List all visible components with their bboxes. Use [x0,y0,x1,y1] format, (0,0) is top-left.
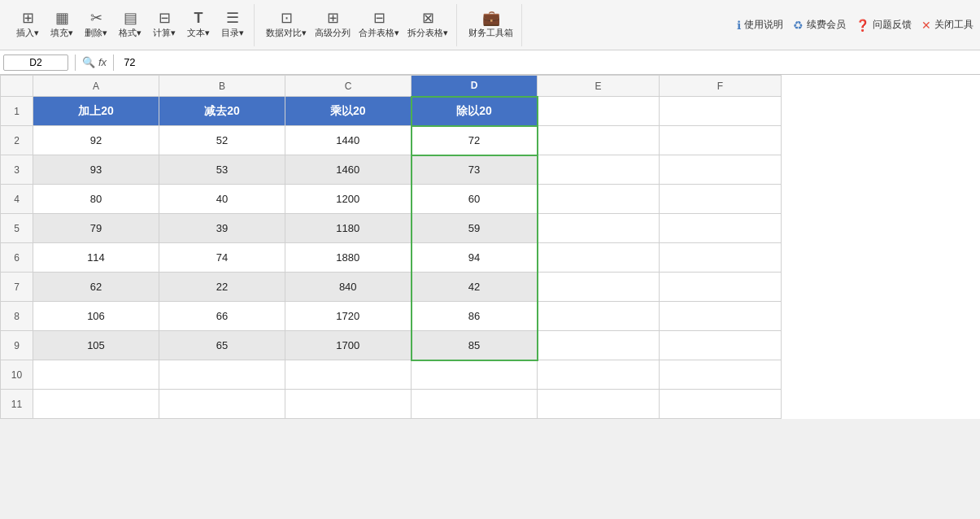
cell-F4[interactable] [660,185,782,214]
cell-B4[interactable]: 40 [159,185,285,214]
cell-B3[interactable]: 53 [159,155,285,185]
renew-btn[interactable]: ♻ 续费会员 [793,18,846,32]
fill-icon: ▦ [55,11,69,25]
cell-F7[interactable] [660,273,782,302]
cell-C7[interactable]: 840 [285,273,412,302]
feedback-btn[interactable]: ❓ 问题反馈 [856,18,912,32]
cell-B2[interactable]: 52 [159,126,285,155]
cell-B10[interactable] [159,360,285,390]
empty-row: 10 [1,360,782,390]
col-header-D[interactable]: D [412,76,538,97]
finance-btn[interactable]: 💼 财务工具箱 [465,9,516,41]
insert-btn[interactable]: ⊞ 插入▾ [11,9,44,41]
cell-E3[interactable] [538,155,660,185]
formula-input[interactable] [120,55,977,70]
cell-E2[interactable] [538,126,660,155]
cell-F8[interactable] [660,302,782,331]
col-header-F[interactable]: F [660,76,782,97]
cell-A1[interactable]: 加上20 [33,97,159,126]
cell-D9[interactable]: 85 [412,331,538,360]
split-col-btn[interactable]: ⊞ 高级分列 [311,9,354,41]
cell-E4[interactable] [538,185,660,214]
delete-btn[interactable]: ✂ 删除▾ [80,9,112,41]
cell-B1[interactable]: 减去20 [159,97,285,126]
cell-reference[interactable] [3,55,68,71]
col-header-B[interactable]: B [159,76,285,97]
cell-F1[interactable] [660,97,782,126]
format-label: 格式▾ [119,27,142,39]
cell-E1[interactable] [538,97,660,126]
merge-table-btn[interactable]: ⊟ 合并表格▾ [355,9,403,41]
cell-D6[interactable]: 94 [412,243,538,273]
toc-btn[interactable]: ☰ 目录▾ [216,9,249,41]
help-btn[interactable]: ℹ 使用说明 [737,18,783,32]
col-header-C[interactable]: C [285,76,412,97]
cell-F3[interactable] [660,155,782,185]
cell-E8[interactable] [538,302,660,331]
cell-A7[interactable]: 62 [33,273,159,302]
close-tools-btn[interactable]: ✕ 关闭工具 [921,18,973,32]
formula-divider2 [113,55,114,71]
cell-E11[interactable] [538,390,660,419]
cell-D4[interactable]: 60 [412,185,538,214]
format-btn[interactable]: ▤ 格式▾ [114,9,146,41]
cell-B7[interactable]: 22 [159,273,285,302]
cell-C10[interactable] [285,360,412,390]
compare-btn[interactable]: ⊡ 数据对比▾ [263,9,310,41]
cell-E9[interactable] [538,331,660,360]
cell-C6[interactable]: 1880 [285,243,412,273]
cell-A9[interactable]: 105 [33,331,159,360]
cell-A11[interactable] [33,390,159,419]
cell-F9[interactable] [660,331,782,360]
row-num-2: 2 [1,126,33,155]
merge-table-icon: ⊟ [373,11,385,25]
calc-btn[interactable]: ⊟ 计算▾ [148,9,181,41]
cell-F11[interactable] [660,390,782,419]
cell-A4[interactable]: 80 [33,185,159,214]
cell-A6[interactable]: 114 [33,243,159,273]
cell-D7[interactable]: 42 [412,273,538,302]
col-header-A[interactable]: A [33,76,159,97]
col-header-E[interactable]: E [538,76,660,97]
cell-E6[interactable] [538,243,660,273]
fill-btn[interactable]: ▦ 填充▾ [46,9,78,41]
row-num-9: 9 [1,331,33,360]
cell-D11[interactable] [412,390,538,419]
cell-B6[interactable]: 74 [159,243,285,273]
cell-D8[interactable]: 86 [412,302,538,331]
cell-F2[interactable] [660,126,782,155]
cell-E5[interactable] [538,214,660,243]
cell-C1[interactable]: 乘以20 [285,97,412,126]
cell-A10[interactable] [33,360,159,390]
split-table-btn[interactable]: ⊠ 拆分表格▾ [404,9,451,41]
cell-F10[interactable] [660,360,782,390]
cell-C4[interactable]: 1200 [285,185,412,214]
cell-C3[interactable]: 1460 [285,155,412,185]
cell-D3[interactable]: 73 [412,155,538,185]
cell-B11[interactable] [159,390,285,419]
cell-B5[interactable]: 39 [159,214,285,243]
cell-B8[interactable]: 66 [159,302,285,331]
cell-C8[interactable]: 1720 [285,302,412,331]
cell-D1[interactable]: 除以20 [412,97,538,126]
cell-D5[interactable]: 59 [412,214,538,243]
cell-A5[interactable]: 79 [33,214,159,243]
cell-A8[interactable]: 106 [33,302,159,331]
cell-C5[interactable]: 1180 [285,214,412,243]
help-icon: ℹ [737,19,741,32]
cell-A3[interactable]: 93 [33,155,159,185]
cell-F6[interactable] [660,243,782,273]
cell-D10[interactable] [412,360,538,390]
cell-B9[interactable]: 65 [159,331,285,360]
cell-D2[interactable]: 72 [412,126,538,155]
search-circle-icon: 🔍 [82,56,95,68]
cell-C2[interactable]: 1440 [285,126,412,155]
cell-A2[interactable]: 92 [33,126,159,155]
cell-E7[interactable] [538,273,660,302]
header-row: 1 加上20 减去20 乘以20 除以20 [1,97,782,126]
cell-C11[interactable] [285,390,412,419]
cell-C9[interactable]: 1700 [285,331,412,360]
text-btn[interactable]: T 文本▾ [182,9,215,41]
cell-F5[interactable] [660,214,782,243]
cell-E10[interactable] [538,360,660,390]
